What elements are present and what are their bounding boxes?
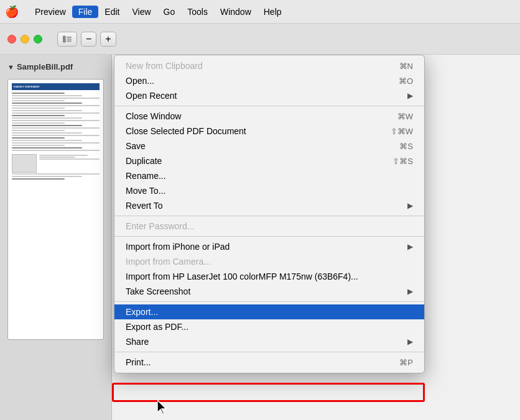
menu-item-label: Open Recent: [126, 91, 177, 101]
menu-item-label: Revert To: [126, 201, 163, 211]
minimize-button[interactable]: [21, 35, 29, 43]
svg-rect-1: [67, 37, 72, 38]
menu-item-open-recent[interactable]: Open Recent ▶: [114, 88, 424, 103]
menu-item-enter-password[interactable]: Enter Password...: [114, 219, 424, 234]
menu-item-duplicate[interactable]: Duplicate ⇧⌘S: [114, 153, 424, 168]
apple-menu[interactable]: 🍎: [5, 5, 19, 19]
menu-item-label: Duplicate: [126, 156, 162, 166]
menu-item-save[interactable]: Save ⌘S: [114, 139, 424, 153]
menubar-go[interactable]: Go: [157, 6, 182, 18]
app-window: − + ▼ SampleBill.pdf ENERGY STATEMENT: [0, 24, 520, 420]
menu-item-new-clipboard[interactable]: New from Clipboard ⌘N: [114, 58, 424, 73]
menu-item-label: Save: [126, 141, 146, 151]
menu-item-import-hp[interactable]: Import from HP LaserJet 100 colorMFP M17…: [114, 269, 424, 284]
menu-overlay: New from Clipboard ⌘N Open... ⌘O Open Re…: [0, 55, 520, 420]
sidebar-toggle-button[interactable]: [57, 32, 77, 47]
menu-item-label: Import from HP LaserJet 100 colorMFP M17…: [126, 272, 358, 281]
menu-shortcut: ⇧⌘W: [391, 127, 413, 136]
zoom-in-button[interactable]: +: [100, 32, 116, 47]
menu-item-close-window[interactable]: Close Window ⌘W: [114, 109, 424, 124]
menu-item-label: Export as PDF...: [126, 322, 188, 332]
menu-item-move-to[interactable]: Move To...: [114, 183, 424, 198]
menu-item-close-pdf[interactable]: Close Selected PDF Document ⇧⌘W: [114, 124, 424, 139]
menu-item-label: Rename...: [126, 171, 166, 181]
menu-item-label: Open...: [126, 76, 154, 86]
menu-item-take-screenshot[interactable]: Take Screenshot ▶: [114, 284, 424, 299]
submenu-arrow: ▶: [407, 201, 413, 210]
menu-item-label: New from Clipboard: [126, 61, 203, 71]
menubar-preview[interactable]: Preview: [29, 6, 72, 18]
menubar-tools[interactable]: Tools: [181, 6, 214, 18]
mouse-cursor: [157, 400, 170, 415]
menu-item-rename[interactable]: Rename...: [114, 168, 424, 183]
separator-5: [114, 352, 424, 352]
menu-shortcut: ⌘S: [399, 142, 413, 151]
maximize-button[interactable]: [34, 35, 42, 43]
menu-item-label: Close Selected PDF Document: [126, 126, 246, 136]
menu-item-export-pdf[interactable]: Export as PDF...: [114, 319, 424, 334]
menubar-help[interactable]: Help: [258, 6, 288, 18]
close-button[interactable]: [7, 35, 16, 43]
menu-item-print[interactable]: Print... ⌘P: [114, 355, 424, 370]
traffic-lights: [7, 35, 42, 43]
menu-item-label: Export...: [126, 307, 158, 317]
menubar-view[interactable]: View: [126, 6, 157, 18]
menu-shortcut: ⌘N: [399, 62, 413, 71]
submenu-arrow: ▶: [407, 91, 413, 100]
menu-shortcut: ⇧⌘S: [392, 157, 413, 166]
menubar: 🍎 Preview File Edit View Go Tools Window…: [0, 0, 520, 24]
menu-item-revert-to[interactable]: Revert To ▶: [114, 198, 424, 213]
menu-shortcut: ⌘W: [397, 112, 413, 121]
main-content: ▼ SampleBill.pdf ENERGY STATEMENT: [0, 55, 520, 420]
separator-3: [114, 236, 424, 237]
menu-shortcut: ⌘O: [399, 76, 413, 86]
submenu-arrow: ▶: [407, 337, 413, 346]
menu-item-label: Enter Password...: [126, 221, 195, 231]
menu-item-open[interactable]: Open... ⌘O: [114, 73, 424, 88]
menu-item-label: Share: [126, 337, 149, 347]
menu-item-label: Print...: [126, 357, 151, 367]
svg-rect-3: [67, 40, 72, 42]
menu-item-import-camera[interactable]: Import from Camera...: [114, 254, 424, 269]
export-highlight-box: [112, 383, 425, 402]
menu-item-label: Import from iPhone or iPad: [126, 242, 230, 252]
submenu-arrow: ▶: [407, 242, 413, 251]
toolbar-buttons: − +: [57, 32, 116, 47]
menu-item-label: Close Window: [126, 111, 181, 121]
menu-item-label: Take Screenshot: [126, 286, 190, 296]
separator-1: [114, 106, 424, 106]
separator-4: [114, 301, 424, 302]
submenu-arrow: ▶: [407, 287, 413, 296]
menubar-window[interactable]: Window: [214, 6, 258, 18]
svg-rect-0: [63, 35, 66, 42]
menubar-edit[interactable]: Edit: [98, 6, 126, 18]
zoom-out-button[interactable]: −: [81, 32, 96, 47]
menu-shortcut: ⌘P: [399, 358, 413, 367]
menu-item-import-iphone[interactable]: Import from iPhone or iPad ▶: [114, 239, 424, 254]
menu-item-share[interactable]: Share ▶: [114, 334, 424, 349]
titlebar: − +: [0, 24, 520, 55]
file-menu-dropdown: New from Clipboard ⌘N Open... ⌘O Open Re…: [114, 55, 425, 373]
svg-rect-2: [67, 39, 72, 40]
menu-item-export[interactable]: Export...: [114, 304, 424, 319]
menu-item-label: Move To...: [126, 186, 165, 196]
menubar-file[interactable]: File: [72, 6, 99, 18]
menu-item-label: Import from Camera...: [126, 257, 211, 267]
separator-2: [114, 216, 424, 216]
